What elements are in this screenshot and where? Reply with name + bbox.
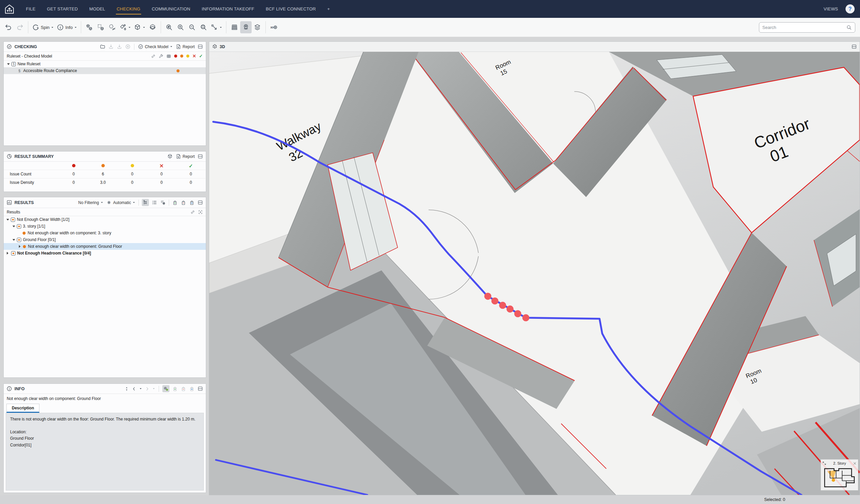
info-tool-button[interactable]: Info xyxy=(55,21,78,33)
walkthrough-pin-button[interactable] xyxy=(240,21,252,33)
zoom-selection-button[interactable] xyxy=(198,21,209,33)
caret-right-icon[interactable] xyxy=(7,252,10,254)
result-row-ground-floor[interactable]: Ground Floor [0/1] xyxy=(4,236,206,243)
rule-tree-row-selected[interactable]: § Accessible Route Compliance xyxy=(4,67,206,74)
undo-button[interactable] xyxy=(3,21,14,33)
presentation-list-button[interactable] xyxy=(189,199,195,205)
view-cube-button[interactable] xyxy=(132,21,147,33)
rule-parameters-button[interactable] xyxy=(159,54,163,59)
3d-gear-icon xyxy=(270,24,277,31)
select-tool-button[interactable] xyxy=(209,21,224,33)
import-ruleset-button[interactable] xyxy=(108,44,114,49)
3d-viewport[interactable]: Walkway 32 xyxy=(209,52,860,495)
wrench-icon xyxy=(159,54,163,59)
next-issue-button[interactable] xyxy=(145,386,149,391)
summary-cube-button[interactable] xyxy=(167,153,173,159)
3d-model-scene[interactable]: Walkway 32 xyxy=(209,52,860,495)
visualization-button[interactable] xyxy=(118,21,132,33)
floor-plan-button[interactable] xyxy=(229,21,240,33)
sort-button[interactable] xyxy=(124,386,129,391)
issue-density-label: Issue Density xyxy=(4,178,59,187)
summary-report-button[interactable]: Report xyxy=(175,153,195,159)
import-icon xyxy=(117,44,122,49)
menu-information-takeoff[interactable]: INFORMATION TAKEOFF xyxy=(196,0,260,18)
zoom-out-button[interactable] xyxy=(186,21,198,33)
focus-button[interactable] xyxy=(198,210,203,214)
menu-file[interactable]: FILE xyxy=(20,0,41,18)
floor-plan-minimap[interactable]: 2. Story xyxy=(821,459,858,491)
undo-icon xyxy=(5,24,12,31)
list-view-button[interactable] xyxy=(152,199,157,205)
checking-report-button[interactable]: Report xyxy=(175,44,195,49)
menu-get-started[interactable]: GET STARTED xyxy=(41,0,84,18)
separator xyxy=(169,199,169,206)
hide-selection-button[interactable] xyxy=(106,21,118,33)
menu-views[interactable]: VIEWS xyxy=(822,6,840,12)
auto-update-button[interactable] xyxy=(162,385,169,392)
zoom-in-button[interactable] xyxy=(175,21,186,33)
remove-ruleset-button[interactable] xyxy=(125,44,131,49)
result-row-issue-ground-floor-selected[interactable]: Not enough clear width on component: Gro… xyxy=(4,243,206,250)
add-to-presentation-button[interactable] xyxy=(172,199,178,205)
tree-view-button[interactable] xyxy=(142,199,149,206)
caret-right-icon[interactable] xyxy=(19,245,22,248)
severity-yellow-column xyxy=(117,162,147,170)
result-row-issue-3story[interactable]: Not enough clear width on component: 3. … xyxy=(4,229,206,236)
remove-from-presentation-button[interactable] xyxy=(181,386,186,391)
zoom-selection-icon xyxy=(200,24,207,31)
results-panel-menu-button[interactable] xyxy=(197,199,203,205)
caret-down-icon[interactable] xyxy=(7,63,10,66)
search-input[interactable] xyxy=(762,25,846,30)
checking-panel-menu-button[interactable] xyxy=(197,44,203,49)
ruleset-tree-row[interactable]: § New Ruleset xyxy=(4,61,206,67)
issue-density-accepted: 0 xyxy=(176,178,205,187)
add-to-presentation-button[interactable] xyxy=(172,386,178,391)
open-ruleset-button[interactable] xyxy=(100,44,105,49)
previous-issue-button[interactable] xyxy=(132,386,137,391)
remove-from-presentation-button[interactable] xyxy=(181,199,186,205)
filtering-dropdown[interactable]: No Filtering xyxy=(78,200,103,205)
menu-model[interactable]: MODEL xyxy=(84,0,111,18)
basket-list-icon xyxy=(189,386,195,391)
menu-communication[interactable]: COMMUNICATION xyxy=(146,0,196,18)
menu-bcf-live-connector[interactable]: BCF LIVE CONNECTOR xyxy=(260,0,322,18)
result-row-3story[interactable]: 3. story [1/1] xyxy=(4,223,206,229)
rule-table-button[interactable] xyxy=(167,54,171,59)
redo-button[interactable] xyxy=(14,21,26,33)
info-panel-menu-button[interactable] xyxy=(197,386,203,391)
select-area-button[interactable] xyxy=(95,21,106,33)
minimap-floor-plan[interactable] xyxy=(822,466,856,489)
expand-minimap-icon[interactable] xyxy=(822,461,826,465)
chevron-down-icon xyxy=(139,387,142,390)
result-row-headroom[interactable]: Not Enough Headroom Clearance [0/4] xyxy=(4,250,206,256)
section-plane-button[interactable] xyxy=(147,21,158,33)
select-similar-button[interactable] xyxy=(84,21,95,33)
previous-options-button[interactable] xyxy=(139,387,142,390)
presentation-list-button[interactable] xyxy=(189,386,195,391)
app-logo-icon[interactable] xyxy=(4,4,15,14)
zoom-fit-button[interactable] xyxy=(163,21,175,33)
3d-settings-button[interactable] xyxy=(268,21,280,33)
layers-button[interactable] xyxy=(252,21,263,33)
mode-dropdown[interactable]: Automatic xyxy=(106,199,135,205)
next-options-button[interactable] xyxy=(152,387,155,390)
help-button[interactable]: ? xyxy=(846,4,855,13)
caret-down-icon[interactable] xyxy=(13,239,15,242)
close-minimap-icon[interactable] xyxy=(853,462,857,465)
tab-description[interactable]: Description xyxy=(6,404,39,413)
list-settings-button[interactable] xyxy=(160,199,166,205)
summary-panel-menu-button[interactable] xyxy=(197,153,203,159)
link-button[interactable] xyxy=(151,54,156,59)
caret-down-icon[interactable] xyxy=(6,219,9,222)
spin-tool-button[interactable]: Spin xyxy=(31,21,55,33)
caret-down-icon[interactable] xyxy=(13,225,15,228)
report-icon xyxy=(175,153,181,159)
link-button[interactable] xyxy=(190,210,195,214)
result-row-clear-width[interactable]: Not Enough Clear Width [1/2] xyxy=(4,216,206,223)
rejected-column: ✕ xyxy=(147,162,176,170)
check-model-button[interactable]: Check Model xyxy=(138,44,173,49)
menu-add-view[interactable]: + xyxy=(322,0,336,18)
3d-panel-menu-button[interactable] xyxy=(851,44,857,49)
import-all-button[interactable] xyxy=(117,44,122,49)
menu-checking[interactable]: CHECKING xyxy=(111,0,146,18)
